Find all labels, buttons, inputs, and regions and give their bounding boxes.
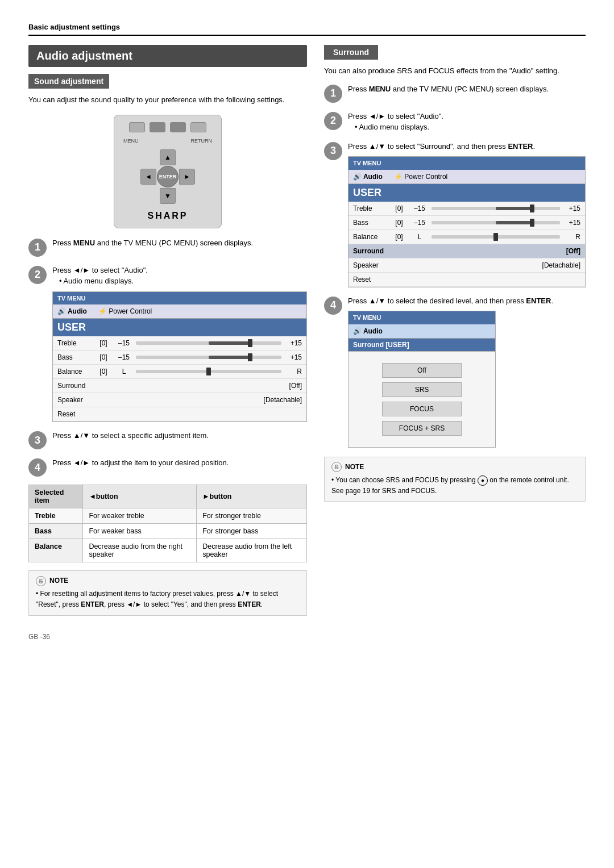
step-4-content: Press ◄/► to adjust the item to your des…: [52, 457, 307, 469]
remote-dpad: ▲ ▼ ◄ ► ENTER: [139, 148, 196, 205]
table-cell-treble-left: For weaker treble: [83, 508, 197, 524]
remote-top-buttons: [121, 122, 214, 132]
remote-illustration: MENU RETURN ▲ ▼ ◄ ► ENTER SHARP: [28, 115, 307, 228]
step-3-number: 3: [28, 431, 47, 449]
page-footer: GB -36: [28, 633, 586, 641]
page-header: Basic adjustment settings: [28, 23, 586, 36]
step-2-content: Press ◄/► to select "Audio". • Audio men…: [52, 265, 307, 423]
right-step-1: 1 Press MENU and the TV MENU (PC MENU) s…: [324, 84, 586, 103]
tv-menu-row-treble-1: Treble [0] –15 +15: [53, 336, 306, 350]
sound-adjustment-subtitle: Sound adjustment: [28, 74, 109, 89]
dpad-left: ◄: [140, 169, 156, 185]
main-content: Audio adjustment Sound adjustment You ca…: [28, 45, 586, 616]
sound-adjustment-intro: You can adjust the sound quality to your…: [28, 94, 307, 106]
left-note-label: NOTE: [49, 575, 68, 586]
right-step-2-bullet: • Audio menu displays.: [355, 123, 429, 131]
left-step-3: 3 Press ▲/▼ to select a specific adjustm…: [28, 430, 307, 449]
table-cell-treble-item: Treble: [29, 508, 83, 524]
left-note-text: • For resetting all adjustment items to …: [36, 590, 278, 608]
adjustment-table: Selected item ◄button ►button Treble For…: [28, 485, 307, 562]
step-2-bullet: • Audio menu displays.: [59, 277, 134, 285]
tv-menu-row-bass-1: Bass [0] –15 +15: [53, 350, 306, 365]
right-step-2: 2 Press ◄/► to select "Audio". • Audio m…: [324, 111, 586, 133]
tv-menu-box-2: TV MENU 🔊 Audio ⚡ Power Control USER Tre…: [348, 156, 586, 287]
step-4-number: 4: [28, 458, 47, 477]
surround-intro: You can also produce SRS and FOCUS effec…: [324, 65, 586, 77]
table-row-bass: Bass For weaker bass For stronger bass: [29, 524, 307, 539]
right-step-1-content: Press MENU and the TV MENU (PC MENU) scr…: [348, 84, 586, 95]
tv-menu-header-1: TV MENU: [53, 292, 306, 305]
surround-title: Surround: [324, 45, 378, 60]
right-step-2-number: 2: [324, 112, 342, 130]
surround-option-focus: FOCUS: [382, 402, 462, 416]
tv-menu-row-balance-2: Balance [0] L R: [349, 230, 585, 244]
remote-btn-4: [190, 122, 206, 132]
treble-slider-2: [432, 207, 560, 210]
tv-menu-speaker-1: Speaker[Detachable]: [53, 393, 306, 407]
nav-power-2: ⚡ Power Control: [394, 172, 447, 182]
right-note-text: • You can choose SRS and FOCUS by pressi…: [331, 476, 569, 495]
step-1-number: 1: [28, 239, 47, 257]
step-1-content: Press MENU and the TV MENU (PC MENU) scr…: [52, 237, 307, 249]
table-cell-bass-item: Bass: [29, 524, 83, 539]
menu-label: MENU: [123, 138, 139, 144]
tv-menu-surround-1: Surround[Off]: [53, 379, 306, 393]
left-column: Audio adjustment Sound adjustment You ca…: [28, 45, 307, 616]
surround-option-off: Off: [382, 363, 462, 378]
surround-option-srs: SRS: [382, 382, 462, 397]
right-column: Surround You can also produce SRS and FO…: [324, 45, 586, 616]
tv-menu-box-1: TV MENU 🔊 Audio ⚡ Power Control USER Tre…: [52, 291, 307, 423]
surround-options-list: Off SRS FOCUS FOCUS + SRS: [349, 352, 495, 447]
left-step-2: 2 Press ◄/► to select "Audio". • Audio m…: [28, 265, 307, 423]
note-icon-right: S: [331, 462, 342, 472]
nav-power-1: ⚡ Power Control: [98, 306, 152, 316]
nav-audio-1: 🔊 Audio: [57, 306, 87, 316]
tv-menu-reset-2: Reset: [349, 273, 585, 287]
right-note-box: S NOTE • You can choose SRS and FOCUS by…: [324, 457, 586, 502]
step-2-number: 2: [28, 266, 47, 284]
right-step-4-number: 4: [324, 297, 342, 315]
sharp-logo: SHARP: [121, 211, 214, 221]
tv-menu-nav-2: 🔊 Audio ⚡ Power Control: [349, 170, 585, 184]
dpad-enter: ENTER: [157, 166, 179, 187]
tv-menu-row-treble-2: Treble [0] –15 +15: [349, 202, 585, 216]
circle-btn-icon: ●: [478, 475, 488, 486]
surround-option-box: TV MENU 🔊 Audio Surround [USER] Off SRS …: [348, 311, 496, 448]
table-cell-balance-left: Decrease audio from the right speaker: [83, 539, 197, 562]
tv-menu-row-bass-2: Bass [0] –15 +15: [349, 216, 585, 230]
tv-menu-surround-2: Surround[Off]: [349, 244, 585, 258]
step-3-content: Press ▲/▼ to select a specific adjustmen…: [52, 430, 307, 441]
bass-slider-2: [432, 221, 560, 224]
left-note-header: S NOTE: [36, 575, 300, 586]
right-note-header: S NOTE: [331, 462, 578, 473]
table-cell-balance-item: Balance: [29, 539, 83, 562]
tv-menu-nav-1: 🔊 Audio ⚡ Power Control: [53, 304, 306, 319]
right-step-3-content: Press ▲/▼ to select "Surround", and then…: [348, 141, 586, 287]
balance-slider-1: [136, 370, 281, 373]
tv-menu-user-2: USER: [349, 184, 585, 202]
table-row-treble: Treble For weaker treble For stronger tr…: [29, 508, 307, 524]
right-step-4-content: Press ▲/▼ to select the desired level, a…: [348, 295, 586, 448]
tv-menu-row-balance-1: Balance [0] L R: [53, 365, 306, 379]
surround-user-label: Surround [USER]: [349, 339, 495, 352]
nav-audio-2: 🔊 Audio: [353, 172, 383, 182]
tv-menu-speaker-2: Speaker[Detachable]: [349, 258, 585, 273]
remote-btn-1: [129, 122, 145, 132]
bass-slider-1: [136, 356, 281, 359]
dpad-up: ▲: [160, 149, 176, 165]
remote-btn-2: [150, 122, 165, 132]
remote-labels: MENU RETURN: [121, 138, 214, 144]
table-header-item: Selected item: [29, 485, 83, 508]
table-cell-bass-right: For stronger bass: [197, 524, 307, 539]
table-cell-balance-right: Decrease audio from the left speaker: [197, 539, 307, 562]
surround-option-focus-srs: FOCUS + SRS: [382, 421, 462, 436]
left-step-4: 4 Press ◄/► to adjust the item to your d…: [28, 457, 307, 477]
right-note-label: NOTE: [345, 462, 364, 473]
balance-slider-2: [432, 235, 560, 239]
table-row-balance: Balance Decrease audio from the right sp…: [29, 539, 307, 562]
header-title: Basic adjustment settings: [28, 23, 120, 31]
left-note-box: S NOTE • For resetting all adjustment it…: [28, 570, 307, 616]
left-step-1: 1 Press MENU and the TV MENU (PC MENU) s…: [28, 237, 307, 257]
table-cell-treble-right: For stronger treble: [197, 508, 307, 524]
right-step-2-content: Press ◄/► to select "Audio". • Audio men…: [348, 111, 586, 133]
